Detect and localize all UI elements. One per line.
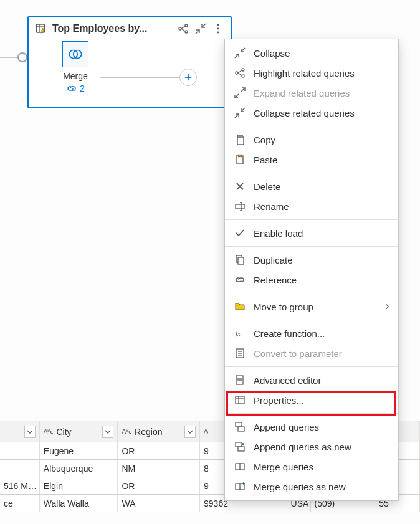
menu-copy[interactable]: Copy: [225, 130, 398, 150]
node-header: Top Employees by...: [29, 17, 231, 39]
merge-step-tile[interactable]: [62, 41, 88, 67]
function-icon: fx: [234, 327, 246, 340]
filter-dropdown-icon[interactable]: [102, 426, 113, 438]
menu-paste[interactable]: Paste: [225, 150, 398, 169]
menu-enable-load[interactable]: Enable load: [225, 223, 398, 243]
column-header-region[interactable]: Aᴮᴄ Region: [118, 421, 200, 442]
menu-append-queries[interactable]: Append queries: [225, 417, 398, 437]
svg-rect-32: [236, 204, 244, 209]
svg-rect-29: [239, 155, 242, 157]
menu-separator: [225, 126, 398, 126]
svg-rect-44: [236, 396, 244, 404]
svg-line-10: [196, 30, 199, 34]
svg-line-26: [235, 114, 239, 118]
add-step-button[interactable]: [179, 69, 197, 86]
cell: Eugene: [40, 442, 118, 459]
cell: OR: [118, 477, 200, 494]
menu-separator: [225, 366, 398, 367]
menu-properties[interactable]: Properties...: [225, 390, 398, 410]
collapse-icon: [234, 47, 246, 59]
highlight-related-icon[interactable]: [177, 22, 189, 35]
more-vertical-icon[interactable]: [212, 22, 224, 35]
menu-collapse[interactable]: Collapse: [225, 43, 398, 63]
svg-rect-47: [236, 422, 242, 427]
menu-separator: [225, 173, 398, 173]
cell: [0, 442, 40, 459]
svg-rect-49: [236, 442, 242, 447]
menu-merge-queries-as-new[interactable]: Merge queries as new: [225, 477, 398, 497]
cell: NM: [118, 460, 200, 477]
filter-dropdown-icon[interactable]: [184, 426, 196, 438]
merge-step[interactable]: Merge 2: [62, 41, 88, 93]
menu-collapse-related[interactable]: Collapse related queries: [225, 103, 398, 123]
cell: OR: [118, 442, 200, 459]
linked-count[interactable]: 2: [66, 83, 85, 93]
svg-point-20: [236, 72, 238, 74]
svg-line-25: [241, 108, 245, 112]
svg-point-12: [217, 28, 219, 30]
cell: WA: [118, 495, 200, 512]
advanced-editor-icon: [234, 374, 246, 386]
check-icon: [234, 227, 246, 239]
node-title: Top Employees by...: [52, 23, 172, 34]
copy-icon: [234, 133, 246, 146]
column-label: Region: [135, 427, 162, 437]
highlight-related-icon: [234, 67, 246, 79]
menu-move-to-group[interactable]: Move to group: [225, 297, 398, 317]
svg-point-6: [185, 31, 188, 33]
parameter-icon: [234, 347, 246, 360]
svg-rect-54: [239, 464, 244, 470]
menu-delete[interactable]: Delete: [225, 176, 398, 196]
svg-line-9: [202, 24, 206, 27]
menu-merge-queries[interactable]: Merge queries: [225, 457, 398, 477]
type-text-icon: A: [204, 428, 208, 435]
linked-count-value: 2: [80, 83, 85, 93]
menu-separator: [225, 219, 398, 220]
svg-line-7: [181, 26, 185, 29]
chevron-right-icon: [384, 302, 389, 312]
merge-icon: [234, 460, 246, 473]
node-body: Merge 2: [29, 39, 231, 96]
svg-point-11: [217, 24, 219, 26]
menu-convert-to-parameter: Convert to parameter: [225, 343, 398, 363]
menu-highlight-related[interactable]: Highlight related queries: [225, 63, 398, 83]
query-node-card[interactable]: Top Employees by...: [27, 16, 232, 108]
menu-advanced-editor[interactable]: Advanced editor: [225, 370, 398, 390]
cell: Elgin: [40, 477, 118, 494]
menu-rename[interactable]: Rename: [225, 196, 398, 216]
paste-icon: [234, 153, 246, 166]
table-lightning-icon: [35, 22, 47, 35]
svg-line-18: [241, 48, 245, 52]
type-text-icon: Aᴮᴄ: [44, 428, 54, 435]
svg-rect-53: [236, 464, 241, 470]
menu-separator: [225, 413, 398, 414]
delete-icon: [234, 180, 246, 193]
column-header-city[interactable]: Aᴮᴄ City: [40, 421, 118, 442]
properties-icon: [234, 394, 246, 406]
merge-new-icon: [234, 480, 246, 493]
svg-text:fx: fx: [236, 330, 241, 337]
column-header-prev[interactable]: [0, 421, 40, 442]
menu-expand-related: Expand related queries: [225, 83, 398, 103]
append-new-icon: [234, 441, 246, 453]
collapse-icon: [234, 107, 246, 119]
menu-append-queries-as-new[interactable]: Append queries as new: [225, 437, 398, 457]
cell: 516 M…: [0, 477, 40, 494]
svg-rect-27: [237, 137, 244, 145]
menu-separator: [225, 293, 398, 293]
svg-point-22: [242, 75, 244, 77]
collapse-icon[interactable]: [194, 22, 207, 35]
menu-create-function[interactable]: fx Create function...: [225, 323, 398, 343]
svg-line-24: [238, 73, 242, 75]
svg-line-23: [238, 70, 242, 73]
append-icon: [234, 421, 246, 433]
cell: Albuquerque: [40, 460, 118, 477]
filter-dropdown-icon[interactable]: [24, 426, 36, 438]
rename-icon: [234, 200, 246, 212]
svg-rect-48: [238, 427, 244, 431]
reference-icon: [234, 274, 246, 286]
menu-reference[interactable]: Reference: [225, 270, 398, 290]
input-port[interactable]: [17, 52, 27, 62]
cell: Walla Walla: [40, 495, 118, 512]
menu-duplicate[interactable]: Duplicate: [225, 250, 398, 270]
